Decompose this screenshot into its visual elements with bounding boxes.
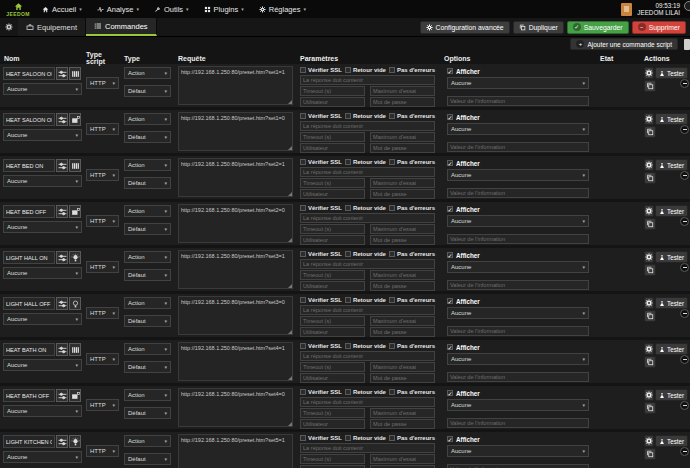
scrollbar-thumb[interactable] [684,39,690,50]
max-try-input[interactable] [370,178,435,188]
menu-item-accueil[interactable]: Accueil ▾ [42,5,82,14]
configure-command-button[interactable] [644,251,654,263]
password-input[interactable] [370,97,435,107]
remove-command-button[interactable] [680,447,689,456]
user-input[interactable] [300,373,365,383]
command-icon-button[interactable] [69,297,81,310]
user-input[interactable] [300,97,365,107]
copy-command-button[interactable] [644,126,656,138]
empty-return-checkbox[interactable]: Retour vide [345,297,386,303]
resize-handle-icon[interactable] [288,100,292,104]
display-settings-button[interactable] [56,113,68,126]
option-select[interactable]: Aucune ▾ [447,77,589,89]
type-script-select[interactable]: HTTP ▾ [86,215,119,227]
response-contains-input[interactable] [300,121,435,131]
remove-command-button[interactable] [680,401,689,410]
copy-command-button[interactable] [644,356,656,368]
display-settings-button[interactable] [56,389,68,402]
tab-equipement[interactable]: Equipement [18,18,86,36]
verify-ssl-checkbox[interactable]: Vérifier SSL [300,251,342,257]
remove-command-button[interactable] [680,79,689,88]
password-input[interactable] [370,143,435,153]
user-input[interactable] [300,189,365,199]
save-button[interactable]: ✓ Sauvegarder [567,21,629,34]
no-errors-checkbox[interactable]: Pas d'erreurs [389,389,435,395]
remove-command-button[interactable] [680,263,689,272]
response-contains-input[interactable] [300,397,435,407]
request-textarea[interactable]: http://192.168.1.250:80/preset.htm?set4=… [178,388,293,427]
copy-command-button[interactable] [644,172,656,184]
response-contains-input[interactable] [300,167,435,177]
max-try-input[interactable] [370,362,435,372]
tester-button[interactable]: Tester [655,343,688,355]
command-name-input[interactable] [3,113,55,126]
configure-command-button[interactable] [644,67,654,79]
remove-command-button[interactable] [680,217,689,226]
configure-command-button[interactable] [644,389,654,401]
response-contains-input[interactable] [300,259,435,269]
no-errors-checkbox[interactable]: Pas d'erreurs [389,343,435,349]
resize-handle-icon[interactable] [288,238,292,242]
afficher-checkbox[interactable]: ✓ Afficher [447,205,589,213]
timeout-input[interactable] [300,362,365,372]
link-select[interactable]: Aucune ▾ [3,359,82,371]
type-script-select[interactable]: HTTP ▾ [86,169,119,181]
response-contains-input[interactable] [300,213,435,223]
info-value-input[interactable] [447,96,589,106]
subtype-select[interactable]: Défaut ▾ [124,223,171,235]
configure-command-button[interactable] [644,113,654,125]
info-value-input[interactable] [447,188,589,198]
subtype-select[interactable]: Défaut ▾ [124,315,171,327]
copy-command-button[interactable] [644,448,656,460]
info-value-input[interactable] [447,142,589,152]
info-value-input[interactable] [447,418,589,428]
link-select[interactable]: Aucune ▾ [3,405,82,417]
user-input[interactable] [300,419,365,429]
type-script-select[interactable]: HTTP ▾ [86,77,119,89]
command-icon-button[interactable] [69,435,81,448]
type-script-select[interactable]: HTTP ▾ [86,399,119,411]
configure-command-button[interactable] [644,343,654,355]
equipment-gear-button[interactable] [0,18,18,36]
type-script-select[interactable]: HTTP ▾ [86,353,119,365]
help-icon[interactable] [684,1,690,11]
command-icon-button[interactable] [69,251,81,264]
request-textarea[interactable]: http://192.168.1.250:80/preset.htm?set1=… [178,66,293,105]
max-try-input[interactable] [370,454,435,464]
link-select[interactable]: Aucune ▾ [3,313,82,325]
remove-command-button[interactable] [680,125,689,134]
user-input[interactable] [300,143,365,153]
option-select[interactable]: Aucune ▾ [447,215,589,227]
no-errors-checkbox[interactable]: Pas d'erreurs [389,67,435,73]
max-try-input[interactable] [370,408,435,418]
display-settings-button[interactable] [56,67,68,80]
command-name-input[interactable] [3,67,55,80]
remove-command-button[interactable] [680,171,689,180]
type-select[interactable]: Action ▾ [124,67,171,79]
verify-ssl-checkbox[interactable]: Vérifier SSL [300,67,342,73]
command-name-input[interactable] [3,343,55,356]
verify-ssl-checkbox[interactable]: Vérifier SSL [300,343,342,349]
timeout-input[interactable] [300,316,365,326]
max-try-input[interactable] [370,132,435,142]
afficher-checkbox[interactable]: ✓ Afficher [447,343,589,351]
timeout-input[interactable] [300,132,365,142]
subtype-select[interactable]: Défaut ▾ [124,269,171,281]
max-try-input[interactable] [370,224,435,234]
configure-command-button[interactable] [644,297,654,309]
command-name-input[interactable] [3,389,55,402]
response-contains-input[interactable] [300,305,435,315]
request-textarea[interactable]: http://192.168.1.250:80/preset.htm?set5=… [178,434,293,468]
tester-button[interactable]: Tester [655,297,688,309]
command-icon-button[interactable] [69,343,81,356]
no-errors-checkbox[interactable]: Pas d'erreurs [389,251,435,257]
remove-command-button[interactable] [680,355,689,364]
empty-return-checkbox[interactable]: Retour vide [345,251,386,257]
type-script-select[interactable]: HTTP ▾ [86,123,119,135]
empty-return-checkbox[interactable]: Retour vide [345,343,386,349]
command-icon-button[interactable] [69,159,81,172]
command-icon-button[interactable] [69,389,81,402]
subtype-select[interactable]: Défaut ▾ [124,407,171,419]
command-name-input[interactable] [3,205,55,218]
link-select[interactable]: Aucune ▾ [3,221,82,233]
